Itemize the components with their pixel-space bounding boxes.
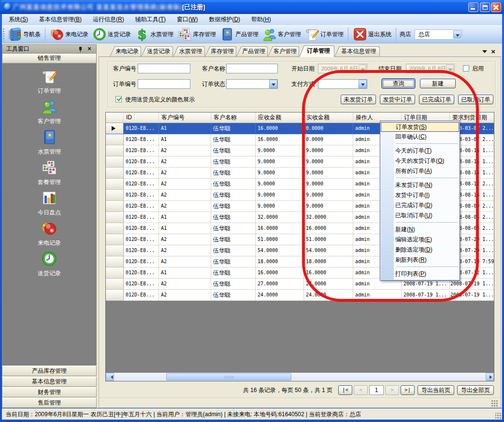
tab[interactable]: 送货记录	[141, 46, 173, 56]
horizontal-scrollbar[interactable]	[106, 373, 494, 381]
menu-item[interactable]: 辅助工具T	[132, 14, 169, 25]
customer-name-input[interactable]	[226, 64, 278, 73]
sidebar-item[interactable]: 客户管理	[2, 98, 96, 126]
toolbar-button[interactable]: 导航条	[6, 26, 43, 42]
tab[interactable]: 订单管理	[299, 45, 334, 57]
row-selector-cell[interactable]	[106, 123, 124, 134]
close-button[interactable]	[491, 2, 501, 12]
row-selector-cell[interactable]	[106, 234, 124, 245]
toolbar-button[interactable]	[346, 26, 351, 42]
prev-page-button[interactable]: <	[354, 385, 368, 395]
window-resize-grip[interactable]	[495, 413, 501, 419]
table-row[interactable]: 012D-E8... A2 伍华聪 24.0000 24.0000 admin …	[106, 290, 494, 301]
toolbar-button[interactable]: 来电记录	[48, 26, 90, 42]
context-menu-item[interactable]	[380, 221, 460, 225]
toolbar-button[interactable]: 产品管理	[218, 26, 260, 42]
scrollbar-thumb[interactable]	[166, 373, 291, 380]
sidebar-group-bar[interactable]: 基本信息管理	[2, 377, 97, 387]
context-menu-item[interactable]	[380, 176, 460, 180]
menu-item[interactable]: 窗口W	[174, 14, 201, 25]
sidebar-item[interactable]: 水票管理	[2, 129, 96, 156]
context-menu-item[interactable]: 订单发货S	[381, 122, 459, 132]
search-button[interactable]: 查询	[382, 79, 415, 88]
menu-item[interactable]: 数据维护D	[206, 14, 243, 25]
color-display-checkbox[interactable]	[115, 96, 122, 102]
sidebar-item[interactable]: 订单管理	[2, 68, 96, 95]
end-date-picker[interactable]: 2009年 6月 8日	[406, 64, 455, 73]
customer-no-input[interactable]	[138, 64, 190, 73]
sidebar-close-icon[interactable]: ×	[86, 45, 92, 52]
column-header[interactable]: 客户名称	[211, 113, 256, 123]
toolbar-button[interactable]	[393, 26, 399, 42]
sidebar-group-bar[interactable]: 售后管理	[2, 398, 97, 408]
chevron-down-icon[interactable]	[453, 30, 461, 39]
context-menu-item[interactable]: 新建N	[380, 225, 460, 235]
order-status-select[interactable]	[226, 79, 278, 89]
panel-resize-grip[interactable]	[491, 400, 498, 407]
tab[interactable]: 客户管理	[268, 46, 299, 56]
row-selector-cell[interactable]	[106, 279, 124, 290]
page-number-input[interactable]: 1	[369, 385, 384, 395]
row-selector-cell[interactable]	[106, 223, 124, 234]
status-filter-button[interactable]: 发货中订单	[380, 95, 415, 104]
row-selector-cell[interactable]	[106, 245, 124, 256]
sidebar-item[interactable]: 送货记录	[2, 251, 96, 278]
row-selector-cell[interactable]	[106, 201, 124, 212]
tab[interactable]: 库存管理	[205, 46, 236, 56]
context-menu-item[interactable]: 刷新列表R	[380, 255, 460, 265]
export-all-pages-button[interactable]: 导出全部页	[457, 385, 494, 395]
context-menu-item[interactable]: 发货中订单I	[380, 190, 460, 200]
toolbar-button[interactable]: 订单管理	[303, 26, 346, 42]
row-selector-cell[interactable]	[106, 212, 124, 223]
scroll-right-icon[interactable]	[486, 373, 494, 381]
minimize-button[interactable]	[468, 2, 478, 12]
column-header[interactable]: 应收金额	[256, 113, 304, 123]
start-date-picker[interactable]: 2009年 6月 8日	[318, 64, 367, 73]
status-filter-button[interactable]: 未发货订单	[341, 95, 376, 104]
column-header[interactable]: 实收金额	[304, 113, 353, 123]
status-filter-button[interactable]: 已取消订单	[458, 95, 493, 104]
sidebar-section-header[interactable]: 销售管理	[2, 54, 97, 63]
toolbar-button[interactable]	[43, 26, 48, 42]
row-selector-cell[interactable]	[106, 179, 124, 190]
row-selector-cell[interactable]	[106, 168, 124, 179]
column-header[interactable]: 客户编号	[159, 113, 211, 123]
scroll-left-icon[interactable]	[106, 373, 114, 381]
enable-date-checkbox[interactable]	[463, 65, 469, 71]
next-page-button[interactable]: >	[385, 385, 399, 395]
toolbar-button[interactable]: 水票管理	[133, 26, 175, 42]
menu-item[interactable]: 基本信息管理B	[36, 14, 85, 25]
sidebar-item[interactable]: 套餐管理	[2, 159, 96, 186]
row-selector-cell[interactable]	[106, 267, 124, 279]
menu-item[interactable]: 帮助H	[248, 14, 274, 25]
row-selector-cell[interactable]	[106, 134, 124, 145]
column-header[interactable]: ID	[124, 113, 159, 123]
first-page-button[interactable]: |<	[338, 385, 352, 395]
toolbar-button[interactable]: 退出系统	[351, 26, 393, 42]
context-menu-item[interactable]: 今天的发货订单O	[380, 156, 460, 166]
tab[interactable]: 水票管理	[173, 46, 205, 56]
context-menu-item[interactable]: 编辑选定项E	[380, 235, 460, 245]
pin-icon[interactable]	[78, 46, 84, 52]
tab[interactable]: 基本信息管理	[334, 46, 380, 56]
context-menu-item[interactable]	[380, 265, 460, 269]
last-page-button[interactable]: >|	[401, 385, 415, 395]
toolbar-grip[interactable]	[3, 28, 5, 41]
tab[interactable]: 来电记录	[110, 46, 141, 56]
tab-close-icon[interactable]: ×	[491, 49, 495, 55]
row-selector-cell[interactable]	[106, 156, 124, 168]
sidebar-group-bar[interactable]: 产品库存管理	[2, 366, 97, 376]
menu-item[interactable]: 系统S	[6, 14, 31, 25]
toolbar-button[interactable]: 库存管理	[175, 26, 218, 42]
status-filter-button[interactable]: 已完成订单	[419, 95, 454, 104]
sidebar-group-bar[interactable]: 财务管理	[2, 387, 97, 397]
shop-select[interactable]: 总店	[415, 29, 462, 40]
context-menu-item[interactable]: 删除选定项D	[380, 245, 460, 255]
sidebar-item[interactable]: 来电记录	[2, 220, 96, 247]
row-selector-cell[interactable]	[106, 290, 124, 301]
sidebar-item[interactable]: 今日盘点	[2, 190, 96, 217]
context-menu-item[interactable]: 今天的订单T	[380, 146, 460, 156]
tab-list-dropdown-icon[interactable]	[482, 50, 487, 56]
menu-item[interactable]: 运行信息R	[90, 14, 127, 25]
context-menu-item[interactable]: 回单确认C	[380, 132, 460, 142]
